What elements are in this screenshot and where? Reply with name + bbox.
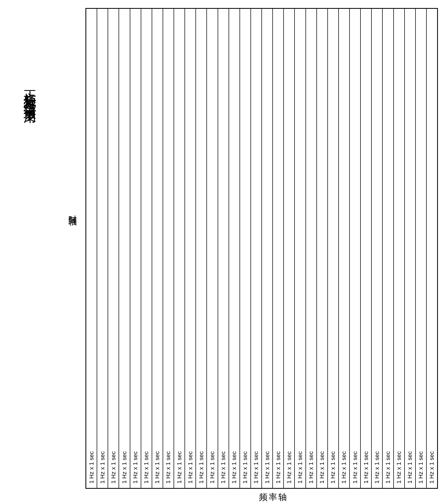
cell-label: 1 Hz x 1 sec xyxy=(319,451,326,483)
grid-column: 1 Hz x 1 sec xyxy=(383,9,394,488)
grid-column: 1 Hz x 1 sec xyxy=(185,9,196,488)
time-axis-label: 时间轴 xyxy=(67,208,79,212)
grid-column: 1 Hz x 1 sec xyxy=(427,9,437,488)
cell-label: 1 Hz x 1 sec xyxy=(395,451,402,483)
grid-column: 1 Hz x 1 sec xyxy=(174,9,185,488)
grid-column: 1 Hz x 1 sec xyxy=(141,9,152,488)
grid-column: 1 Hz x 1 sec xyxy=(262,9,273,488)
grid-column: 1 Hz x 1 sec xyxy=(163,9,174,488)
grid-column: 1 Hz x 1 sec xyxy=(240,9,251,488)
cell-label: 1 Hz x 1 sec xyxy=(220,451,227,483)
cell-label: 1 Hz x 1 sec xyxy=(406,451,413,483)
grid-column: 1 Hz x 1 sec xyxy=(218,9,229,488)
cell-label: 1 Hz x 1 sec xyxy=(165,451,172,483)
grid-column: 1 Hz x 1 sec xyxy=(372,9,383,488)
cell-label: 1 Hz x 1 sec xyxy=(352,451,359,483)
cell-label: 1 Hz x 1 sec xyxy=(198,451,205,483)
ofdm-grid: 1 Hz x 1 sec1 Hz x 1 sec1 Hz x 1 sec1 Hz… xyxy=(85,8,438,489)
grid-column: 1 Hz x 1 sec xyxy=(339,9,350,488)
grid-column: 1 Hz x 1 sec xyxy=(284,9,295,488)
cell-label: 1 Hz x 1 sec xyxy=(363,451,370,483)
grid-column: 1 Hz x 1 sec xyxy=(196,9,207,488)
grid-column: 1 Hz x 1 sec xyxy=(350,9,361,488)
cell-label: 1 Hz x 1 sec xyxy=(132,451,139,483)
grid-column: 1 Hz x 1 sec xyxy=(295,9,306,488)
cell-label: 1 Hz x 1 sec xyxy=(264,451,271,483)
grid-column: 1 Hz x 1 sec xyxy=(130,9,141,488)
grid-column: 1 Hz x 1 sec xyxy=(251,9,262,488)
grid-column: 1 Hz x 1 sec xyxy=(328,9,339,488)
cell-label: 1 Hz x 1 sec xyxy=(374,451,381,483)
cell-label: 1 Hz x 1 sec xyxy=(297,451,304,483)
grid-column: 1 Hz x 1 sec xyxy=(229,9,240,488)
cell-label: 1 Hz x 1 sec xyxy=(154,451,161,483)
cell-label: 1 Hz x 1 sec xyxy=(330,451,336,483)
cell-label: 1 Hz x 1 sec xyxy=(176,451,183,483)
grid-column: 1 Hz x 1 sec xyxy=(416,9,427,488)
cell-label: 1 Hz x 1 sec xyxy=(286,451,293,483)
grid-column: 1 Hz x 1 sec xyxy=(361,9,372,488)
cell-label: 1 Hz x 1 sec xyxy=(275,451,282,483)
cell-label: 1 Hz x 1 sec xyxy=(385,451,391,483)
grid-column: 1 Hz x 1 sec xyxy=(97,9,108,488)
grid-column: 1 Hz x 1 sec xyxy=(86,9,97,488)
cell-label: 1 Hz x 1 sec xyxy=(308,451,315,483)
cell-label: 1 Hz x 1 sec xyxy=(110,451,117,483)
diagram-title: 正交频分符号级请求复用 xyxy=(21,80,38,104)
grid-column: 1 Hz x 1 sec xyxy=(405,9,416,488)
cell-label: 1 Hz x 1 sec xyxy=(88,451,95,483)
grid-column: 1 Hz x 1 sec xyxy=(317,9,328,488)
grid-column: 1 Hz x 1 sec xyxy=(273,9,284,488)
grid-column: 1 Hz x 1 sec xyxy=(119,9,130,488)
cell-label: 1 Hz x 1 sec xyxy=(231,451,238,483)
cell-label: 1 Hz x 1 sec xyxy=(340,451,347,483)
cell-label: 1 Hz x 1 sec xyxy=(209,451,216,483)
cell-label: 1 Hz x 1 sec xyxy=(428,451,435,483)
cell-label: 1 Hz x 1 sec xyxy=(417,451,424,483)
grid-column: 1 Hz x 1 sec xyxy=(108,9,119,488)
cell-label: 1 Hz x 1 sec xyxy=(99,451,106,483)
cell-label: 1 Hz x 1 sec xyxy=(187,451,194,483)
grid-column: 1 Hz x 1 sec xyxy=(152,9,163,488)
grid-column: 1 Hz x 1 sec xyxy=(394,9,405,488)
cell-label: 1 Hz x 1 sec xyxy=(242,451,249,483)
freq-axis-label: 频率轴 xyxy=(259,491,288,503)
cell-label: 1 Hz x 1 sec xyxy=(253,451,260,483)
cell-label: 1 Hz x 1 sec xyxy=(121,451,128,483)
grid-column: 1 Hz x 1 sec xyxy=(306,9,317,488)
grid-column: 1 Hz x 1 sec xyxy=(207,9,218,488)
cell-label: 1 Hz x 1 sec xyxy=(143,451,150,483)
